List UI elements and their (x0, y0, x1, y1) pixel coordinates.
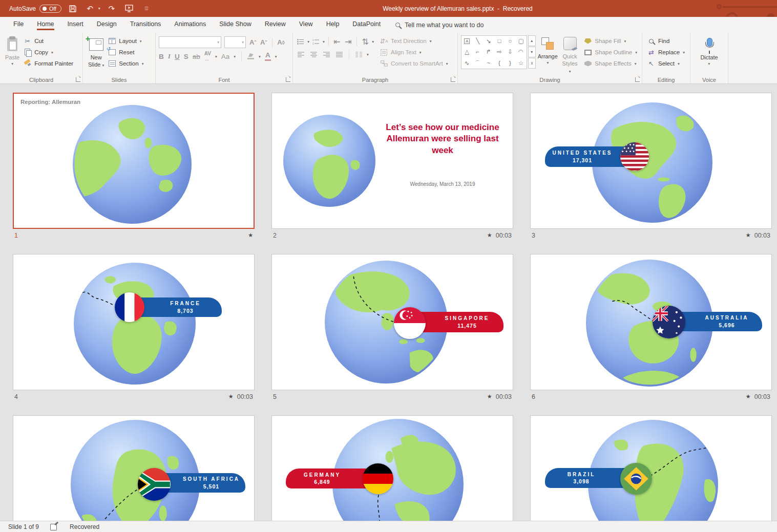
shapes-scroll-up[interactable]: ▲ (528, 35, 536, 46)
slide-9-thumbnail[interactable]: BRAZIL 3,098 (530, 415, 772, 521)
font-dialog-launcher[interactable] (286, 77, 290, 82)
save-icon[interactable] (67, 3, 79, 15)
shape-scribble-icon[interactable]: ∿ (465, 60, 470, 67)
font-size-combobox[interactable]: ▾ (224, 36, 246, 48)
autosave-toggle[interactable]: AutoSave Off (9, 5, 61, 13)
tab-help[interactable]: Help (320, 17, 346, 33)
align-left-button[interactable] (296, 50, 306, 58)
justify-button[interactable] (334, 50, 344, 58)
tell-me-search[interactable]: Tell me what you want to do (395, 22, 484, 29)
undo-icon[interactable]: ↶ (84, 3, 96, 15)
layout-button[interactable]: Layout▾ (106, 35, 145, 47)
shape-triangle-icon[interactable]: △ (465, 49, 469, 55)
text-direction-button[interactable]: ⇵AText Direction▾ (378, 35, 449, 47)
font-name-combobox[interactable]: ▾ (159, 36, 221, 48)
tab-home[interactable]: Home (30, 17, 60, 33)
tab-datapoint[interactable]: DataPoint (346, 17, 387, 33)
undo-caret-icon[interactable]: ▾ (98, 6, 100, 11)
cut-button[interactable]: ✂Cut (22, 35, 75, 47)
shape-left-brace-icon[interactable]: { (498, 60, 500, 67)
shape-oval-icon[interactable]: ○ (509, 38, 512, 45)
shapes-scroll-down[interactable]: ▼ (528, 47, 536, 57)
new-slide-button[interactable]: New Slide ▾ (86, 35, 106, 70)
shape-curve-icon[interactable]: ~ (487, 60, 490, 67)
slide-4-thumbnail[interactable]: FRANCE 8,703 (13, 254, 255, 390)
slide-6-thumbnail[interactable]: AUSTRALIA 5,696 (530, 254, 772, 390)
shapes-gallery[interactable]: A ╲ ↘ □ ○ ▢ △ ⌐ ↱ ⇨ ⇩ ◠ ∿ ⌒ ~ { } ☆ (461, 35, 527, 69)
quick-styles-button[interactable]: Quick Styles ▾ (560, 35, 580, 75)
recovered-status[interactable]: Recovered (70, 523, 99, 530)
shape-star-icon[interactable]: ☆ (518, 60, 523, 67)
format-painter-button[interactable]: Format Painter (22, 58, 75, 69)
underline-button[interactable]: U (175, 53, 180, 60)
arrange-button[interactable]: Arrange▾ (536, 35, 560, 66)
align-center-button[interactable] (309, 50, 319, 58)
align-right-button[interactable] (322, 50, 331, 58)
grow-font-button[interactable]: Aˆ (249, 38, 257, 46)
section-button[interactable]: Section▾ (106, 58, 145, 69)
select-button[interactable]: ↖Select▾ (645, 58, 686, 69)
slide-7-thumbnail[interactable]: SOUTH AFRICA 5,501 (13, 415, 255, 521)
decrease-indent-button[interactable]: ⇤ (332, 37, 342, 46)
shape-textbox-icon[interactable]: A (464, 38, 470, 44)
shape-right-arrow-icon[interactable]: ⇨ (497, 49, 502, 55)
shape-rounded-rectangle-icon[interactable]: ▢ (518, 38, 524, 45)
copy-button[interactable]: Copy▾ (22, 47, 75, 58)
clipboard-dialog-launcher[interactable] (76, 77, 80, 82)
slide-2-thumbnail[interactable]: Let’s see how our medicine Allemuran wer… (271, 93, 513, 229)
find-button[interactable]: Find (645, 35, 686, 47)
shadow-button[interactable]: S (184, 53, 188, 60)
slide-3-thumbnail[interactable]: UNITED STATES 17,301 (530, 93, 772, 229)
align-text-button[interactable]: Align Text▾ (378, 47, 449, 58)
shape-pie-icon[interactable]: ◠ (518, 49, 523, 55)
line-spacing-button[interactable]: ⇅ (361, 37, 370, 46)
slide-8-thumbnail[interactable]: GERMANY 6,849 (271, 415, 513, 521)
clear-formatting-button[interactable]: A◊ (277, 38, 285, 46)
shape-fill-button[interactable]: Shape Fill▾ (582, 35, 639, 47)
tab-design[interactable]: Design (90, 17, 123, 33)
slide-5-thumbnail[interactable]: SINGAPORE 11,475 (271, 254, 513, 390)
shape-rectangle-icon[interactable]: □ (497, 38, 501, 45)
shape-arrow-icon[interactable]: ↘ (486, 38, 491, 45)
slide-1-thumbnail[interactable]: Reporting: Allemuran (13, 93, 255, 229)
font-color-button[interactable]: A (265, 52, 271, 61)
strikethrough-button[interactable]: ab (193, 53, 200, 60)
dictate-button[interactable]: Dictate▾ (698, 35, 720, 67)
tab-file[interactable]: File (0, 17, 30, 33)
shapes-more-button[interactable]: ⊻ (528, 58, 536, 69)
tab-animations[interactable]: Animations (167, 17, 213, 33)
paste-button[interactable]: Paste▾ (3, 35, 22, 67)
convert-smartart-button[interactable]: Convert to SmartArt▾ (378, 58, 449, 69)
shape-elbow-icon[interactable]: ⌐ (476, 49, 479, 55)
redo-icon[interactable]: ↷ (106, 3, 118, 15)
reset-button[interactable]: Reset (106, 47, 145, 58)
shrink-font-button[interactable]: Aˇ (260, 38, 267, 46)
shape-effects-button[interactable]: Shape Effects▾ (582, 58, 639, 69)
tab-transitions[interactable]: Transitions (123, 17, 168, 33)
change-case-button[interactable]: Aa (221, 53, 230, 60)
text-highlight-button[interactable] (247, 53, 255, 59)
proofing-icon[interactable] (50, 523, 58, 530)
tab-slideshow[interactable]: Slide Show (213, 17, 258, 33)
character-spacing-button[interactable]: AV↔ (204, 51, 211, 62)
tab-review[interactable]: Review (258, 17, 292, 33)
start-slideshow-icon[interactable] (123, 3, 135, 15)
shape-elbow-arrow-icon[interactable]: ↱ (486, 49, 491, 55)
bullets-button[interactable] (296, 37, 305, 46)
columns-button[interactable] (354, 50, 364, 58)
increase-indent-button[interactable]: ⇥ (344, 37, 353, 46)
bold-button[interactable]: B (159, 53, 164, 60)
shape-down-arrow-icon[interactable]: ⇩ (508, 49, 513, 55)
tab-insert[interactable]: Insert (61, 17, 90, 33)
drawing-dialog-launcher[interactable] (635, 77, 640, 82)
shape-line-icon[interactable]: ╲ (476, 38, 479, 45)
shape-right-brace-icon[interactable]: } (509, 60, 511, 67)
numbering-button[interactable]: 12 (311, 37, 321, 46)
replace-button[interactable]: ⇄Replace▾ (645, 47, 686, 58)
italic-button[interactable]: I (168, 52, 171, 60)
tab-view[interactable]: View (292, 17, 320, 33)
slide-counter[interactable]: Slide 1 of 9 (8, 523, 39, 530)
shape-arc-icon[interactable]: ⌒ (475, 60, 481, 67)
shape-outline-button[interactable]: Shape Outline▾ (582, 47, 639, 58)
paragraph-dialog-launcher[interactable] (451, 77, 455, 82)
